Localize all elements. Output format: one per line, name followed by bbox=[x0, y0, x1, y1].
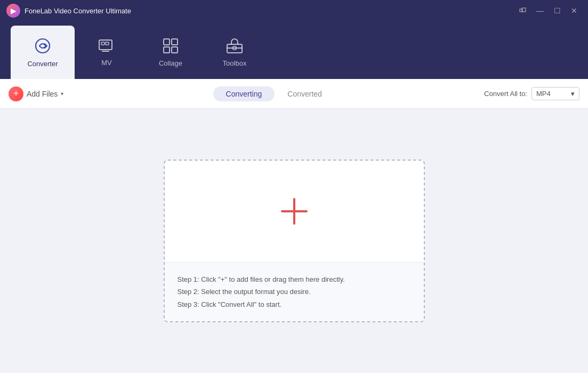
add-files-dropdown-arrow[interactable]: ▾ bbox=[61, 91, 63, 97]
tab-collage[interactable]: Collage bbox=[139, 26, 203, 79]
drop-zone[interactable]: Step 1: Click "+" to add files or drag t… bbox=[164, 160, 425, 322]
maximize-button[interactable]: ☐ bbox=[550, 4, 565, 17]
toolbar: + Add Files ▾ Converting Converted Conve… bbox=[0, 79, 588, 109]
close-button[interactable]: ✕ bbox=[567, 4, 582, 17]
svg-point-2 bbox=[36, 39, 50, 53]
instruction-step2: Step 2: Select the output format you des… bbox=[178, 285, 411, 298]
converting-tab[interactable]: Converting bbox=[213, 86, 275, 101]
format-select-dropdown[interactable]: MP4 ▾ bbox=[531, 87, 579, 100]
svg-rect-5 bbox=[106, 42, 109, 45]
convert-all-to-section: Convert All to: MP4 ▾ bbox=[484, 87, 579, 100]
window-controls: — ☐ ✕ bbox=[515, 4, 582, 17]
tab-toolbox[interactable]: Toolbox bbox=[203, 26, 267, 79]
svg-rect-9 bbox=[164, 47, 170, 53]
convert-tabs: Converting Converted bbox=[70, 86, 478, 101]
add-files-cross-icon bbox=[281, 198, 308, 225]
tab-mv[interactable]: MV bbox=[75, 26, 139, 79]
app-title: FoneLab Video Converter Ultimate bbox=[25, 7, 131, 15]
tab-collage-label: Collage bbox=[159, 59, 182, 67]
app-logo: ▶ bbox=[6, 4, 20, 18]
svg-rect-8 bbox=[172, 39, 178, 45]
tab-toolbox-label: Toolbox bbox=[223, 59, 247, 67]
tab-navigation: Converter MV Collage bbox=[0, 21, 588, 79]
collage-icon bbox=[163, 38, 179, 56]
toolbox-icon bbox=[226, 38, 243, 56]
instruction-step3: Step 3: Click "Convert All" to start. bbox=[178, 298, 411, 311]
add-plus-icon: + bbox=[9, 86, 23, 101]
tab-converter[interactable]: Converter bbox=[11, 26, 75, 79]
add-files-label: Add Files bbox=[27, 90, 58, 98]
instruction-step1: Step 1: Click "+" to add files or drag t… bbox=[178, 273, 411, 285]
format-value: MP4 bbox=[536, 90, 551, 98]
svg-rect-10 bbox=[172, 47, 178, 53]
caption-icon-btn[interactable] bbox=[515, 4, 530, 17]
converted-tab[interactable]: Converted bbox=[275, 86, 335, 101]
svg-rect-7 bbox=[164, 39, 170, 45]
svg-rect-4 bbox=[101, 42, 104, 45]
content-area: Step 1: Click "+" to add files or drag t… bbox=[0, 109, 588, 373]
mv-icon bbox=[98, 38, 115, 55]
add-files-button[interactable]: + Add Files ▾ bbox=[9, 86, 63, 101]
title-bar: ▶ FoneLab Video Converter Ultimate — ☐ ✕ bbox=[0, 0, 588, 21]
tab-converter-label: Converter bbox=[27, 60, 58, 68]
drop-zone-instructions: Step 1: Click "+" to add files or drag t… bbox=[165, 262, 424, 321]
minimize-button[interactable]: — bbox=[533, 4, 547, 17]
tab-mv-label: MV bbox=[101, 59, 112, 67]
main-content: Step 1: Click "+" to add files or drag t… bbox=[0, 109, 588, 373]
drop-zone-inner[interactable] bbox=[165, 161, 424, 262]
converter-icon bbox=[34, 37, 51, 57]
title-bar-left: ▶ FoneLab Video Converter Ultimate bbox=[6, 4, 131, 18]
convert-all-to-label: Convert All to: bbox=[484, 90, 527, 98]
format-dropdown-arrow: ▾ bbox=[571, 90, 575, 98]
